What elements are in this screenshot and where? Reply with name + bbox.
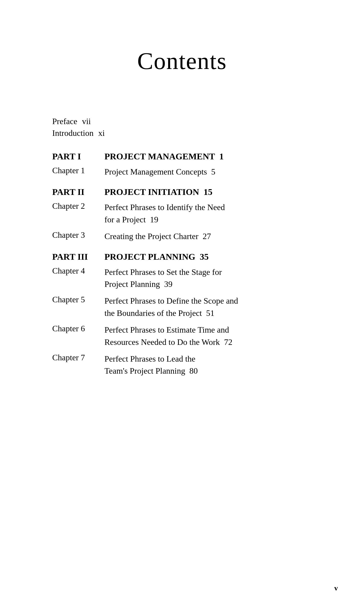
part-2-entry: PART II PROJECT INITIATION 15 [52, 187, 327, 197]
toc-content: Prefacevii Introductionxi PART I PROJECT… [0, 117, 364, 377]
chapter-7-entry: Chapter 7 Perfect Phrases to Lead theTea… [52, 353, 327, 377]
chapter-3-entry: Chapter 3 Creating the Project Charter 2… [52, 230, 327, 242]
introduction-label: Introduction [52, 128, 93, 138]
part-1-entry: PART I PROJECT MANAGEMENT 1 [52, 152, 327, 161]
chapter-5-title: Perfect Phrases to Define the Scope andt… [104, 295, 327, 319]
page-footer: v [334, 584, 338, 592]
introduction-page: xi [98, 128, 105, 138]
part-2-title: PROJECT INITIATION 15 [104, 187, 327, 197]
page: Contents Prefacevii Introductionxi PART … [0, 0, 364, 608]
chapter-6-title: Perfect Phrases to Estimate Time andReso… [104, 324, 327, 348]
page-title: Contents [0, 47, 364, 75]
preface-page: vii [82, 117, 91, 126]
preface-label: Preface [52, 117, 77, 126]
title-section: Contents [0, 47, 364, 75]
chapter-3-label: Chapter 3 [52, 230, 104, 240]
chapter-7-label: Chapter 7 [52, 353, 104, 362]
chapter-5-label: Chapter 5 [52, 295, 104, 304]
chapter-1-label: Chapter 1 [52, 166, 104, 175]
chapter-1-title: Project Management Concepts 5 [104, 166, 327, 178]
preface-entry: Prefacevii [52, 117, 327, 126]
chapter-2-label: Chapter 2 [52, 201, 104, 211]
introduction-entry: Introductionxi [52, 128, 327, 138]
chapter-5-entry: Chapter 5 Perfect Phrases to Define the … [52, 295, 327, 319]
part-3-label: PART III [52, 252, 104, 262]
part-3-entry: PART III PROJECT PLANNING 35 [52, 252, 327, 262]
chapter-7-title: Perfect Phrases to Lead theTeam's Projec… [104, 353, 327, 377]
chapter-6-entry: Chapter 6 Perfect Phrases to Estimate Ti… [52, 324, 327, 348]
chapter-2-title: Perfect Phrases to Identify the Needfor … [104, 201, 327, 225]
chapter-4-title: Perfect Phrases to Set the Stage forProj… [104, 266, 327, 290]
front-matter: Prefacevii Introductionxi [52, 117, 327, 138]
part-2-label: PART II [52, 187, 104, 197]
chapter-2-entry: Chapter 2 Perfect Phrases to Identify th… [52, 201, 327, 225]
chapter-1-entry: Chapter 1 Project Management Concepts 5 [52, 166, 327, 178]
part-1-title: PROJECT MANAGEMENT 1 [104, 152, 327, 161]
chapter-4-label: Chapter 4 [52, 266, 104, 276]
chapter-4-entry: Chapter 4 Perfect Phrases to Set the Sta… [52, 266, 327, 290]
chapter-6-label: Chapter 6 [52, 324, 104, 333]
part-1-label: PART I [52, 152, 104, 161]
part-3-title: PROJECT PLANNING 35 [104, 252, 327, 262]
chapter-3-title: Creating the Project Charter 27 [104, 230, 327, 242]
